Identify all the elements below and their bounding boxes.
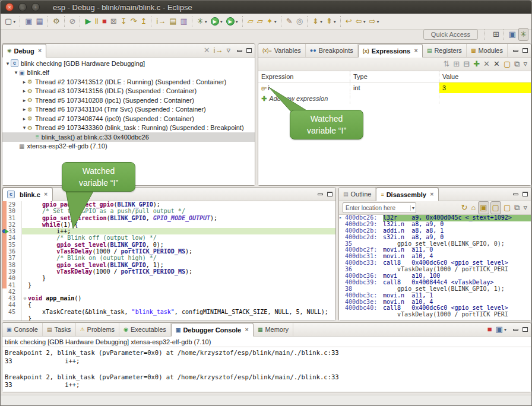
maximize-button[interactable] bbox=[522, 192, 528, 196]
tab-registers[interactable]: ▤Registers bbox=[423, 44, 467, 57]
track-expression-button[interactable]: ▣ bbox=[478, 201, 489, 214]
link-view-button[interactable]: ⧉ bbox=[513, 202, 521, 214]
maximize-button[interactable] bbox=[522, 327, 528, 332]
tab-variables[interactable]: (x)=Variables bbox=[258, 44, 306, 57]
line-number[interactable]: 29 bbox=[7, 201, 22, 208]
debug-tree-item[interactable]: ▸⚙Thread #3 1073413156 (IDLE) (Suspended… bbox=[2, 87, 255, 96]
remove-all-terminated-button[interactable]: ✕ bbox=[202, 45, 211, 56]
close-icon[interactable]: ✕ bbox=[38, 48, 42, 53]
minimize-button[interactable] bbox=[237, 50, 242, 52]
tab-outline[interactable]: ▤Outline bbox=[339, 188, 376, 201]
tab-breakpoints[interactable]: ●●Breakpoints bbox=[306, 44, 358, 57]
debug-perspective-button[interactable]: ✳ bbox=[518, 28, 528, 41]
tab-disassembly[interactable]: ≡Disassembly✕ bbox=[376, 188, 438, 201]
close-icon[interactable]: ✕ bbox=[430, 192, 434, 197]
tab-executables[interactable]: ◉Executables bbox=[119, 323, 171, 336]
external-tools-button[interactable]: ▶▾ bbox=[225, 15, 239, 27]
tree-expander-icon[interactable]: ▸ bbox=[21, 97, 27, 103]
build-button[interactable]: ⚙ bbox=[52, 15, 61, 27]
home-button[interactable]: ⌂ bbox=[470, 202, 477, 214]
quick-access-button[interactable]: Quick Access bbox=[423, 29, 478, 40]
toggle-occurrences-button[interactable]: ◎ bbox=[295, 15, 304, 27]
view-menu-button[interactable]: ▿ bbox=[522, 202, 528, 214]
cpp-perspective-button[interactable]: ▣ bbox=[508, 28, 517, 40]
back-button[interactable]: ⇦▾ bbox=[354, 15, 367, 27]
disconnect-button[interactable]: ⊠ bbox=[109, 15, 118, 27]
line-number[interactable]: 40 bbox=[7, 275, 22, 281]
line-number[interactable]: 41 bbox=[7, 282, 22, 288]
tab-blink-c[interactable]: c blink.c ✕ bbox=[2, 188, 53, 201]
debug-tree-item[interactable]: ▾⚙Thread #9 1073433360 (blink_task : Run… bbox=[2, 123, 255, 133]
window-maximize-button[interactable]: ▫ bbox=[31, 3, 40, 11]
view-menu-button[interactable]: ▿ bbox=[522, 58, 528, 70]
tree-expander-icon[interactable]: ▸ bbox=[21, 116, 27, 122]
debug-tree-item[interactable]: ▸⚙Thread #2 1073413512 (IDLE : Running) … bbox=[2, 77, 255, 87]
debug-tree-item[interactable]: ≡blink_task() at blink.c:33 0x400dbc26 bbox=[2, 132, 255, 142]
debug-tree-item[interactable]: ▸⚙Thread #7 1073408744 (ipc0) (Suspended… bbox=[2, 114, 255, 123]
maximize-button[interactable] bbox=[522, 48, 528, 53]
tab-console[interactable]: ▣Console bbox=[2, 323, 43, 336]
debug-tree-item[interactable]: ▦xtensa-esp32-elf-gdb (7.10) bbox=[2, 142, 255, 151]
tree-expander-icon[interactable]: ▸ bbox=[21, 106, 27, 112]
line-number[interactable]: 42 bbox=[7, 288, 22, 295]
maximize-button[interactable] bbox=[327, 192, 332, 196]
new-view-button[interactable]: ▢ bbox=[502, 202, 512, 214]
previous-annotation-button[interactable]: ⇞▾ bbox=[325, 15, 337, 27]
debug-tree-item[interactable]: ▾cblink checking [GDB Hardware Debugging… bbox=[2, 59, 255, 68]
next-annotation-button[interactable]: ⇟▾ bbox=[311, 15, 324, 27]
sync-selection-button[interactable]: ▢ bbox=[490, 201, 501, 214]
debug-tree-item[interactable]: ▸⚙Thread #5 1073410208 (ipc1) (Suspended… bbox=[2, 96, 255, 105]
window-close-button[interactable]: ✕ bbox=[5, 3, 14, 11]
line-number[interactable]: 35 bbox=[7, 242, 22, 248]
line-number[interactable]: 36 bbox=[7, 248, 22, 255]
minimize-button[interactable] bbox=[513, 50, 518, 52]
open-resource-button[interactable]: ▱ bbox=[256, 15, 264, 27]
tree-expander-icon[interactable]: ▸ bbox=[21, 79, 27, 85]
close-icon[interactable]: ✕ bbox=[245, 327, 249, 332]
step-into-button[interactable]: ↧ bbox=[119, 15, 128, 27]
memory-view-button[interactable]: ▤ bbox=[168, 15, 178, 27]
line-number[interactable]: 43 bbox=[7, 295, 22, 302]
skip-all-breakpoints-button[interactable]: ⊘ bbox=[68, 15, 77, 27]
line-number[interactable]: 31 bbox=[7, 215, 22, 221]
run-button[interactable]: ▶▾ bbox=[210, 15, 224, 27]
tree-expander-icon[interactable]: ▾ bbox=[5, 61, 11, 66]
layout-button[interactable]: ⊞ bbox=[452, 58, 461, 70]
line-number[interactable]: 39 bbox=[7, 268, 22, 275]
tree-expander-icon[interactable]: ▾ bbox=[21, 125, 27, 131]
tab-memory[interactable]: ▦Memory bbox=[254, 323, 293, 336]
debug-button[interactable]: ✳▾ bbox=[196, 15, 208, 27]
last-edit-location-button[interactable]: ↩ bbox=[344, 15, 353, 27]
terminate-button[interactable]: ■ bbox=[101, 15, 108, 27]
tree-expander-icon[interactable]: ▸ bbox=[21, 88, 27, 94]
maximize-button[interactable] bbox=[246, 48, 252, 53]
show-type-names-button[interactable]: ⇅ bbox=[442, 58, 451, 70]
tab-debug[interactable]: ✳ Debug ✕ bbox=[2, 44, 46, 58]
suspend-button[interactable]: Ⅱ bbox=[93, 15, 99, 27]
add-expression-button[interactable]: ✚ bbox=[472, 58, 481, 70]
profile-view-button[interactable]: ▥ bbox=[179, 15, 189, 27]
close-icon[interactable]: ✕ bbox=[44, 192, 48, 197]
remove-expression-button[interactable]: ✕ bbox=[482, 58, 491, 70]
minimize-button[interactable] bbox=[513, 194, 518, 195]
display-selected-console-button[interactable]: ▣▾ bbox=[495, 323, 508, 335]
tab-tasks[interactable]: ▤Tasks bbox=[43, 323, 76, 336]
tree-expander-icon[interactable]: ▾ bbox=[13, 69, 19, 75]
collapse-all-button[interactable]: ⊟ bbox=[462, 58, 471, 70]
fold-toggle-icon[interactable]: ⊖ bbox=[22, 295, 28, 302]
line-number[interactable]: 38 bbox=[7, 262, 22, 268]
tab-modules[interactable]: ▩Modules bbox=[467, 44, 508, 57]
open-perspective-button[interactable]: ⊞ bbox=[492, 28, 501, 40]
step-over-button[interactable]: ↷ bbox=[129, 15, 138, 27]
window-minimize-button[interactable]: – bbox=[18, 3, 27, 11]
instruction-stepping-mode-button[interactable]: i→ bbox=[213, 45, 224, 56]
open-type-button[interactable]: ▱ bbox=[246, 15, 255, 27]
close-icon[interactable]: ✕ bbox=[414, 48, 418, 53]
minimize-button[interactable] bbox=[318, 194, 323, 195]
instruction-stepping-button[interactable]: i→ bbox=[155, 15, 167, 27]
tab-debugger-console[interactable]: ▣Debugger Console✕ bbox=[171, 323, 254, 337]
tab-expressions[interactable]: (x)Expressions✕ bbox=[358, 44, 423, 58]
minimize-button[interactable] bbox=[513, 329, 518, 331]
search-button[interactable]: ✦▾ bbox=[265, 15, 278, 27]
forward-button[interactable]: ⇨▾ bbox=[368, 15, 381, 27]
